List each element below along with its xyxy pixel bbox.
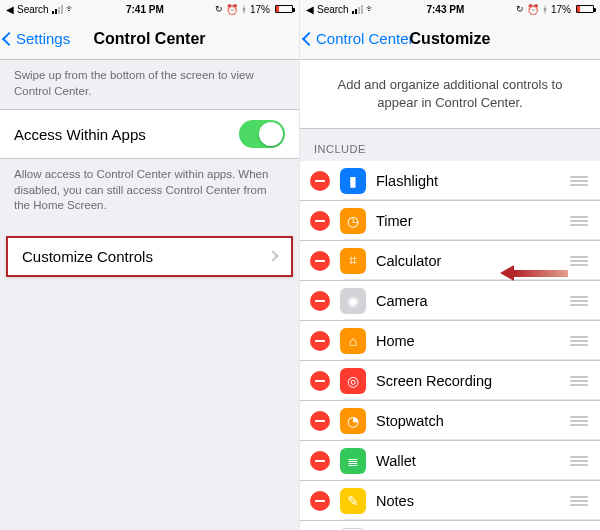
back-to-app[interactable]: ◀ [6, 4, 14, 15]
drag-handle-icon[interactable] [570, 256, 588, 266]
signal-icon [52, 5, 63, 14]
callout-arrow [500, 265, 568, 281]
phone-right: ◀ Search ᯤ 7:43 PM ↻ ⏰ ᚼ 17% Control Cen… [300, 0, 600, 530]
section-include: Include [300, 129, 600, 161]
alarm-status-icon: ⏰ [226, 4, 238, 15]
remove-button[interactable] [310, 371, 330, 391]
status-bar: ◀ Search ᯤ 7:41 PM ↻ ⏰ ᚼ 17% [0, 0, 299, 18]
remove-button[interactable] [310, 491, 330, 511]
battery-icon [574, 5, 594, 13]
list-item: ◎Screen Recording [300, 361, 600, 401]
item-label: Timer [376, 213, 570, 229]
drag-handle-icon[interactable] [570, 376, 588, 386]
drag-handle-icon[interactable] [570, 176, 588, 186]
battery-percent: 17% [250, 4, 270, 15]
notes-icon: ✎ [340, 488, 366, 514]
screen-recording-icon: ◎ [340, 368, 366, 394]
calculator-icon: ⌗ [340, 248, 366, 274]
chevron-left-icon [2, 31, 16, 45]
drag-handle-icon[interactable] [570, 496, 588, 506]
camera-icon: ◉ [340, 288, 366, 314]
remove-button[interactable] [310, 331, 330, 351]
orientation-lock-icon: ↻ [215, 4, 223, 14]
chevron-right-icon [267, 250, 278, 261]
list-item: ⌂Home [300, 321, 600, 361]
customize-content: Add and organize additional controls to … [300, 60, 600, 530]
list-item: ◉Camera [300, 281, 600, 321]
signal-icon [352, 5, 363, 14]
back-label: Settings [16, 30, 70, 47]
bluetooth-icon: ᚼ [241, 4, 247, 15]
list-item: ≣Wallet [300, 441, 600, 481]
drag-handle-icon[interactable] [570, 336, 588, 346]
phone-left: ◀ Search ᯤ 7:41 PM ↻ ⏰ ᚼ 17% Settings Co… [0, 0, 300, 530]
item-label: Camera [376, 293, 570, 309]
page-title: Customize [410, 30, 491, 48]
wifi-icon: ᯤ [366, 4, 375, 14]
item-label: Stopwatch [376, 413, 570, 429]
bluetooth-icon: ᚼ [542, 4, 548, 15]
page-title: Control Center [94, 30, 206, 48]
nav-bar: Control Center Customize [300, 18, 600, 60]
list-item: ◔Stopwatch [300, 401, 600, 441]
item-label: Home [376, 333, 570, 349]
nav-bar: Settings Control Center [0, 18, 299, 60]
drag-handle-icon[interactable] [570, 216, 588, 226]
remove-button[interactable] [310, 411, 330, 431]
item-label: Wallet [376, 453, 570, 469]
remove-button[interactable] [310, 211, 330, 231]
back-label: Control Center [316, 30, 414, 47]
drag-handle-icon[interactable] [570, 296, 588, 306]
battery-icon [273, 5, 293, 13]
stopwatch-icon: ◔ [340, 408, 366, 434]
description-text: Add and organize additional controls to … [300, 60, 600, 129]
status-time: 7:43 PM [426, 4, 464, 15]
orientation-lock-icon: ↻ [516, 4, 524, 14]
back-to-app[interactable]: ◀ [306, 4, 314, 15]
alarm-status-icon: ⏰ [527, 4, 539, 15]
status-time: 7:41 PM [126, 4, 164, 15]
item-label: Flashlight [376, 173, 570, 189]
customize-label: Customize Controls [22, 248, 269, 265]
access-toggle[interactable] [239, 120, 285, 148]
remove-button[interactable] [310, 291, 330, 311]
access-footer: Allow access to Control Center within ap… [0, 159, 299, 224]
list-item: ♥Low Power Mode [300, 521, 600, 530]
home-icon: ⌂ [340, 328, 366, 354]
wifi-icon: ᯤ [66, 4, 75, 14]
chevron-left-icon [302, 31, 316, 45]
status-bar: ◀ Search ᯤ 7:43 PM ↻ ⏰ ᚼ 17% [300, 0, 600, 18]
remove-button[interactable] [310, 171, 330, 191]
include-list: ▮Flashlight◷Timer⌗Calculator◉Camera⌂Home… [300, 161, 600, 530]
remove-button[interactable] [310, 451, 330, 471]
item-label: Notes [376, 493, 570, 509]
wallet-icon: ≣ [340, 448, 366, 474]
back-button[interactable]: Control Center [300, 30, 414, 47]
access-label: Access Within Apps [14, 126, 239, 143]
back-to-app-label[interactable]: Search [17, 4, 49, 15]
timer-icon: ◷ [340, 208, 366, 234]
list-item: ▮Flashlight [300, 161, 600, 201]
list-item: ✎Notes [300, 481, 600, 521]
item-label: Screen Recording [376, 373, 570, 389]
access-within-apps-row: Access Within Apps [0, 109, 299, 159]
hint-text: Swipe up from the bottom of the screen t… [0, 60, 299, 109]
back-button[interactable]: Settings [0, 30, 70, 47]
flashlight-icon: ▮ [340, 168, 366, 194]
customize-controls-row[interactable]: Customize Controls [8, 238, 291, 275]
drag-handle-icon[interactable] [570, 416, 588, 426]
back-to-app-label[interactable]: Search [317, 4, 349, 15]
battery-percent: 17% [551, 4, 571, 15]
list-item: ◷Timer [300, 201, 600, 241]
drag-handle-icon[interactable] [570, 456, 588, 466]
remove-button[interactable] [310, 251, 330, 271]
customize-highlight: Customize Controls [6, 236, 293, 277]
